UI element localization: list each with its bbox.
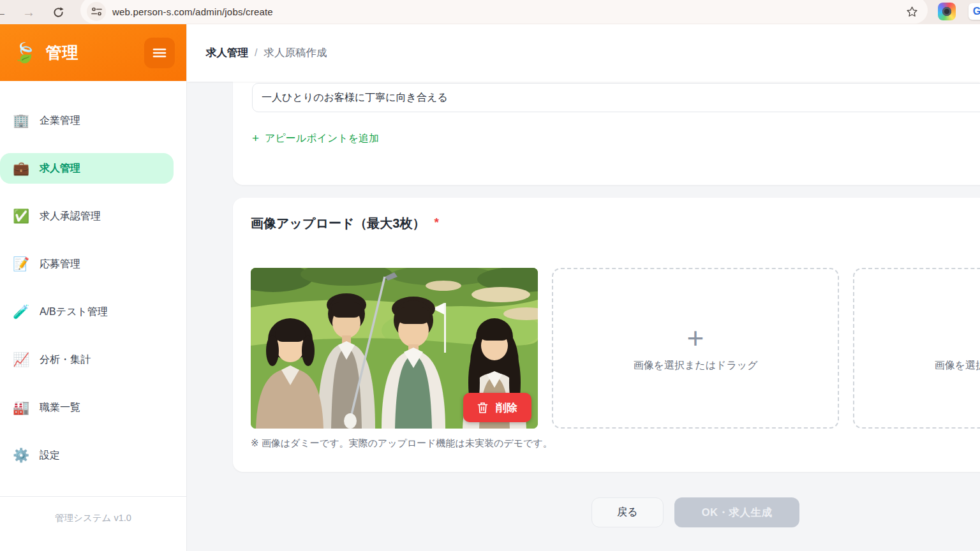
sidebar-header: 🍃 管理 — [0, 24, 186, 81]
image-dropzone-2[interactable]: + 画像を選択またはドラッグ — [552, 268, 839, 429]
browser-forward-button[interactable]: → — [20, 5, 37, 20]
appeal-point-input[interactable] — [252, 83, 980, 112]
breadcrumb: 求人管理 / 求人原稿作成 — [187, 24, 980, 82]
sidebar: 🍃 管理 🏢 企業管理 💼 求人管理 ✅ 求人承認管理 — [0, 24, 187, 551]
sidebar-item-job-approval[interactable]: ✅ 求人承認管理 — [0, 201, 174, 231]
sidebar-item-company-management[interactable]: 🏢 企業管理 — [0, 105, 174, 136]
url-text: web.person-s.com/admin/jobs/create — [112, 6, 273, 17]
gear-icon: ⚙️ — [13, 448, 32, 463]
plus-icon: + — [252, 131, 259, 145]
menu-toggle-button[interactable] — [144, 38, 175, 68]
sidebar-footer-version: 管理システム v1.0 — [0, 496, 186, 551]
trash-icon — [477, 402, 488, 414]
plus-icon: + — [687, 325, 704, 351]
extension-camera-icon[interactable] — [938, 3, 956, 20]
breadcrumb-parent-link[interactable]: 求人管理 — [206, 46, 248, 60]
main-area: 求人管理 / 求人原稿作成 + アピールポイントを追加 画像アップロード（最大3… — [187, 24, 980, 551]
sidebar-item-applications[interactable]: 📝 応募管理 — [0, 249, 174, 279]
upload-grid: 削除 + 画像を選択またはドラッグ + 画像を選択またはドラッグ — [251, 268, 980, 429]
sidebar-item-ab-test[interactable]: 🧪 A/Bテスト管理 — [0, 297, 174, 327]
chart-icon: 📈 — [13, 352, 32, 367]
image-upload-card: 画像アップロード（最大3枚） * — [233, 198, 980, 472]
sidebar-item-settings[interactable]: ⚙️ 設定 — [0, 440, 174, 471]
back-button[interactable]: 戻る — [591, 497, 664, 527]
test-tube-icon: 🧪 — [13, 304, 32, 320]
hamburger-icon — [152, 48, 167, 58]
sidebar-item-occupation-list[interactable]: 🏭 職業一覧 — [0, 392, 174, 423]
factory-icon: 🏭 — [13, 400, 32, 415]
browser-chrome: ← → web.person-s.com/admin/jobs/create G — [0, 0, 980, 24]
sidebar-nav: 🏢 企業管理 💼 求人管理 ✅ 求人承認管理 📝 応募管理 🧪 A/Bテスト管理… — [0, 81, 186, 496]
delete-image-button[interactable]: 削除 — [463, 393, 531, 422]
browser-reload-button[interactable] — [50, 6, 66, 18]
appeal-points-card: + アピールポイントを追加 — [233, 82, 980, 185]
url-bar[interactable]: web.person-s.com/admin/jobs/create — [80, 0, 928, 24]
app-title: 管理 — [45, 42, 78, 63]
sidebar-item-job-management[interactable]: 💼 求人管理 — [0, 153, 174, 184]
required-asterisk: * — [434, 213, 438, 232]
translate-extension-icon[interactable]: G — [969, 3, 980, 20]
building-icon: 🏢 — [13, 113, 32, 128]
site-settings-icon[interactable] — [87, 2, 106, 21]
memo-icon: 📝 — [13, 256, 32, 272]
image-dropzone-3[interactable]: + 画像を選択またはドラッグ — [853, 268, 980, 429]
breadcrumb-separator: / — [255, 47, 257, 59]
form-actions: 戻る OK・求人生成 — [233, 497, 980, 527]
section-title: 画像アップロード（最大3枚） — [251, 213, 425, 233]
bookmark-star-icon[interactable] — [905, 5, 919, 18]
page-title: 求人原稿作成 — [264, 46, 327, 60]
add-appeal-point-link[interactable]: + アピールポイントを追加 — [252, 131, 379, 145]
leaf-logo-icon: 🍃 — [13, 43, 36, 62]
sidebar-item-analytics[interactable]: 📈 分析・集計 — [0, 344, 174, 375]
briefcase-icon: 💼 — [13, 161, 32, 176]
uploaded-image-cell: 削除 — [251, 268, 538, 429]
submit-generate-job-button[interactable]: OK・求人生成 — [674, 497, 799, 527]
upload-dummy-note: ※ 画像はダミーです。実際のアップロード機能は未実装のデモです。 — [251, 437, 980, 450]
page-content: + アピールポイントを追加 画像アップロード（最大3枚） * — [233, 82, 980, 527]
reload-icon — [52, 6, 64, 18]
browser-back-button[interactable]: ← — [0, 5, 9, 20]
check-icon: ✅ — [13, 209, 32, 224]
